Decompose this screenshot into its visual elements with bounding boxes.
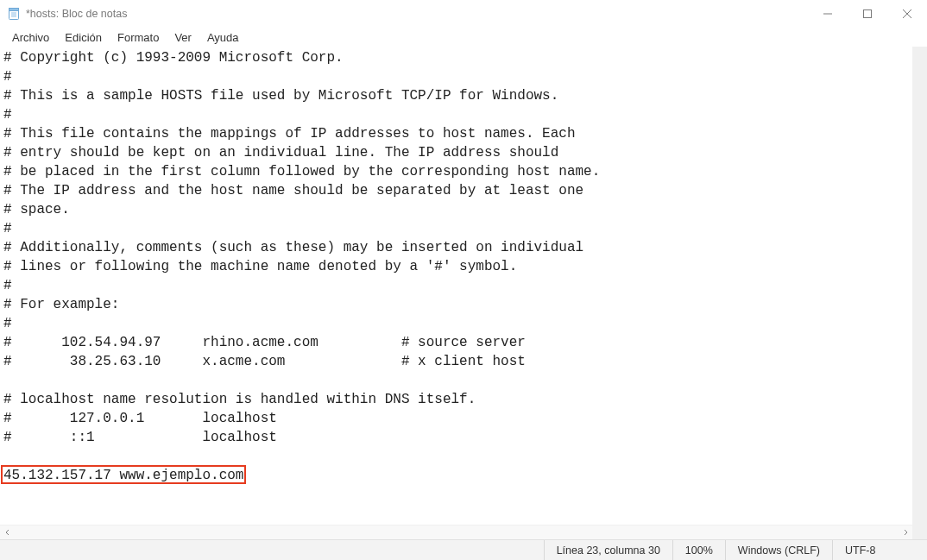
close-button[interactable] bbox=[887, 0, 927, 28]
status-encoding: UTF-8 bbox=[832, 540, 927, 560]
text-editor[interactable]: # Copyright (c) 1993-2009 Microsoft Corp… bbox=[0, 47, 912, 525]
status-line-ending: Windows (CRLF) bbox=[725, 540, 832, 560]
svg-rect-6 bbox=[864, 10, 872, 18]
editor-line: # The IP address and the host name shoul… bbox=[3, 183, 583, 198]
scroll-left-arrow[interactable] bbox=[0, 525, 15, 540]
editor-line: # Copyright (c) 1993-2009 Microsoft Corp… bbox=[3, 50, 344, 66]
editor-line: # be placed in the first column followed… bbox=[3, 164, 600, 179]
menu-formato[interactable]: Formato bbox=[110, 30, 166, 45]
editor-line: # lines or following the machine name de… bbox=[3, 259, 517, 274]
editor-line: # entry should be kept on an individual … bbox=[3, 145, 558, 160]
menu-ver[interactable]: Ver bbox=[167, 30, 199, 45]
vertical-scrollbar[interactable] bbox=[912, 47, 927, 525]
notepad-window: *hosts: Bloc de notas Archivo Edición Fo… bbox=[0, 0, 927, 560]
editor-line: # space. bbox=[3, 202, 70, 217]
scroll-right-arrow[interactable] bbox=[898, 525, 912, 540]
editor-line: # localhost name resolution is handled w… bbox=[3, 392, 476, 407]
editor-line: # bbox=[3, 278, 12, 293]
notepad-icon bbox=[7, 7, 21, 21]
editor-line: 45.132.157.17 www.ejemplo.com bbox=[3, 468, 243, 483]
maximize-button[interactable] bbox=[848, 0, 887, 28]
editor-line: # ::1 localhost bbox=[3, 430, 277, 445]
status-zoom: 100% bbox=[672, 540, 725, 560]
editor-line: # 127.0.0.1 localhost bbox=[3, 411, 277, 426]
editor-line: # This is a sample HOSTS file used by Mi… bbox=[3, 88, 558, 104]
menu-edicion[interactable]: Edición bbox=[58, 30, 109, 45]
editor-line: # 102.54.94.97 rhino.acme.com # source s… bbox=[3, 335, 526, 350]
menubar: Archivo Edición Formato Ver Ayuda bbox=[0, 28, 927, 47]
statusbar: Línea 23, columna 30 100% Windows (CRLF)… bbox=[0, 539, 927, 560]
editor-line: # For example: bbox=[3, 297, 119, 312]
editor-line: # bbox=[3, 316, 12, 331]
editor-line: # Additionally, comments (such as these)… bbox=[3, 240, 583, 255]
window-controls bbox=[808, 0, 927, 28]
editor-line: # This file contains the mappings of IP … bbox=[3, 126, 576, 142]
scroll-corner bbox=[912, 525, 927, 539]
editor-line: # bbox=[3, 69, 12, 85]
editor-area: # Copyright (c) 1993-2009 Microsoft Corp… bbox=[0, 47, 927, 539]
window-title: *hosts: Bloc de notas bbox=[26, 8, 127, 20]
status-cursor-position: Línea 23, columna 30 bbox=[544, 540, 672, 560]
editor-line: # bbox=[3, 107, 12, 123]
menu-archivo[interactable]: Archivo bbox=[5, 30, 56, 45]
titlebar[interactable]: *hosts: Bloc de notas bbox=[0, 0, 927, 28]
minimize-button[interactable] bbox=[808, 0, 848, 28]
svg-rect-1 bbox=[9, 9, 19, 11]
horizontal-scrollbar[interactable] bbox=[0, 525, 912, 539]
editor-line: # 38.25.63.10 x.acme.com # x client host bbox=[3, 354, 526, 369]
menu-ayuda[interactable]: Ayuda bbox=[200, 30, 246, 45]
editor-line: # bbox=[3, 221, 12, 236]
